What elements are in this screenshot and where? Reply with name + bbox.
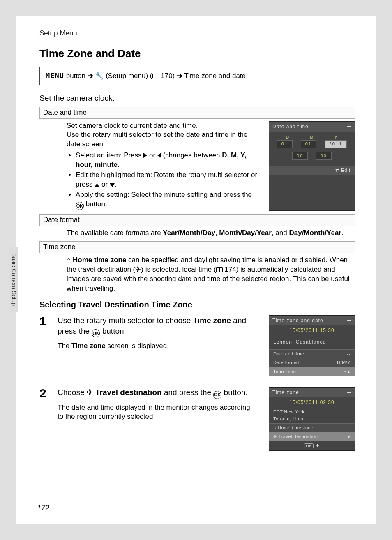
text: Apply the setting: Select the minute set…	[76, 191, 252, 198]
book-icon	[152, 74, 159, 78]
text: (changes between	[161, 151, 222, 159]
text: Use the rotary multi selector to set the…	[67, 130, 261, 149]
battery-icon: ▬	[347, 317, 351, 324]
text: (Setup menu) (	[104, 72, 152, 80]
step-after: The date and time displayed in the monit…	[58, 403, 256, 422]
chevron-right-icon: ▸	[348, 434, 351, 440]
lcd-title-text: Time zone and date	[272, 317, 323, 324]
ok-small-icon: OK	[304, 443, 314, 448]
swap-icon: ⇄	[335, 168, 339, 173]
section-date-and-time: Date and time Set camera clock to curren…	[39, 107, 355, 211]
text: ) is selected, local time (	[141, 265, 216, 273]
bullet: Apply the setting: Select the minute set…	[76, 190, 261, 210]
label-d: D	[286, 135, 290, 141]
section-time-zone: Time zone ⌂ Home time zone can be specif…	[39, 241, 355, 293]
subheader: Date format	[39, 214, 355, 226]
menu-glyph: MENU	[46, 72, 64, 80]
text: button.	[221, 388, 247, 397]
plane-icon: ✈	[135, 265, 141, 275]
label-y: Y	[334, 135, 338, 141]
triangle-up-icon	[95, 183, 99, 187]
row-travel-dest: ✈ Travel destination ▸	[269, 432, 355, 441]
home-icon: ⌂	[273, 425, 276, 430]
row-label: Travel destination	[279, 434, 318, 439]
lcd-datetime: 15/05/2011 02:30	[269, 397, 355, 407]
lcd-city: Toronto, Lima	[269, 416, 355, 423]
home-icon: ⌂	[67, 256, 71, 265]
value-hour: 00	[292, 152, 308, 160]
edit-label: Edit	[341, 168, 350, 173]
text: Time zone and date	[182, 72, 246, 80]
step-1: 1 Use the rotary multi selector to choos…	[39, 315, 355, 376]
plane-icon: ✈	[273, 434, 277, 440]
lcd-footer: OK:✈	[269, 441, 355, 450]
lcd-time-zone: Time zone ▬ 15/05/2011 02:30 EDT:New Yor…	[269, 387, 355, 451]
subheading: Selecting Travel Destination Time Zone	[39, 299, 355, 310]
label-m: M	[310, 135, 314, 141]
lcd-title-text: Time zone	[272, 389, 299, 396]
text: Set camera clock to current date and tim…	[67, 121, 261, 131]
text: , and	[272, 229, 289, 237]
subsection-body: The available date formats are Year/Mont…	[39, 228, 355, 238]
battery-icon: ▬	[347, 389, 351, 396]
page-number: 172	[37, 503, 49, 513]
text: or	[147, 151, 157, 159]
text: screen is displayed.	[106, 342, 169, 350]
bold-text: Time zone	[71, 342, 106, 350]
text: ,	[215, 229, 219, 237]
colon: :	[311, 152, 312, 159]
row-value: D/M/Y	[337, 360, 350, 366]
step-lead: Choose ✈ Travel destination and press th…	[58, 387, 256, 399]
value-month: 01	[301, 140, 316, 148]
step-number: 1	[39, 315, 50, 376]
row-label: Home time zone	[278, 425, 314, 430]
row-label: Date and time	[273, 351, 304, 357]
step-number: 2	[39, 387, 50, 451]
ok-button-icon: OK	[76, 202, 84, 210]
home-icon: ⌂	[344, 369, 346, 374]
page-title: Time Zone and Date	[39, 46, 355, 61]
row-label: Date format	[273, 360, 299, 366]
text: button.	[84, 200, 107, 208]
side-tab-label: Basic Camera Setup	[9, 247, 18, 312]
text: 170)	[159, 72, 177, 80]
text: Use the rotary multi selector to choose	[58, 316, 193, 325]
text: .	[118, 161, 120, 168]
text: Choose	[58, 388, 87, 397]
lcd-date-time: Date and time ▬ D M Y 01 01 2011	[269, 121, 355, 211]
lcd-city: EDT:New York	[269, 408, 355, 416]
text: button	[64, 72, 88, 80]
plane-icon: ✈	[316, 443, 320, 449]
text: button.	[100, 327, 126, 335]
triangle-left-icon	[157, 153, 161, 158]
breadcrumb: Setup Menu	[39, 29, 355, 38]
row-value: --	[347, 351, 350, 357]
bold-text: Day/Month/Year	[289, 229, 341, 237]
step-after: The Time zone screen is displayed.	[58, 342, 256, 351]
row-label: Time zone	[273, 369, 296, 375]
nav-path-box: MENU button ➔ 🔧 (Setup menu) ( 170) ➔ Ti…	[39, 67, 355, 85]
triangle-down-icon	[110, 183, 115, 187]
intro-text: Set the camera clock.	[39, 93, 355, 104]
lcd-city: London, Casablanca	[269, 335, 355, 349]
step-lead: Use the rotary multi selector to choose …	[58, 315, 256, 337]
arrow-right-icon: ➔	[88, 72, 93, 80]
text: .	[115, 180, 117, 188]
chevron-right-icon: ▸	[348, 369, 351, 374]
ok-button-icon: OK	[213, 391, 221, 399]
manual-page: Basic Camera Setup Setup Menu Time Zone …	[16, 16, 376, 524]
value-day: 01	[277, 140, 293, 148]
bold-text: Year/Month/Day	[163, 229, 215, 237]
value-minute: 00	[316, 152, 332, 160]
text: The available date formats are	[67, 229, 163, 237]
section-date-format: Date format The available date formats a…	[39, 214, 355, 238]
bullet: Select an item: Press or (changes betwee…	[76, 151, 261, 170]
bold-text: Home time zone	[73, 256, 126, 264]
lcd-title-text: Date and time	[272, 123, 309, 130]
text: .	[341, 229, 344, 237]
plane-icon: ✈	[87, 387, 93, 398]
book-icon	[216, 267, 223, 272]
subheader: Date and time	[39, 107, 355, 119]
text: or	[99, 180, 110, 188]
ok-button-icon: OK	[92, 329, 100, 337]
